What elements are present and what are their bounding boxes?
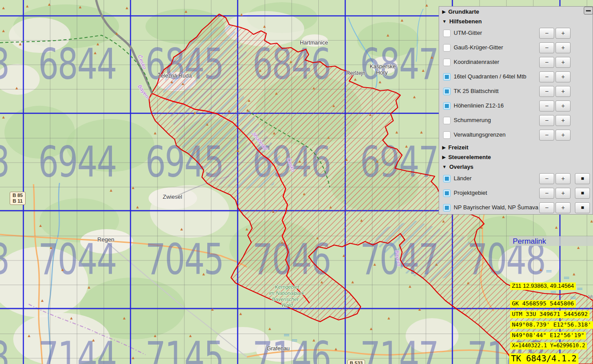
layer-checkbox[interactable]: [443, 59, 451, 66]
panel-section-label: Hilfsebenen: [449, 18, 482, 25]
layer-label: NP Bayrischer Wald, NP Šumava: [454, 204, 538, 211]
layer-checkbox[interactable]: [443, 204, 451, 212]
layer-opacity-plus-button[interactable]: +: [556, 188, 571, 199]
layer-opacity-plus-button[interactable]: +: [556, 130, 571, 141]
layer-opacity-minus-button[interactable]: −: [539, 173, 554, 184]
layer-opacity-minus-button[interactable]: −: [539, 115, 554, 126]
layer-opacity-plus-button[interactable]: +: [556, 115, 571, 126]
layer-style-button[interactable]: ■: [575, 202, 590, 213]
layer-style-button[interactable]: ■: [575, 188, 590, 199]
layer-row: Gauß-Krüger-Gitter−+: [439, 41, 593, 55]
chevron-down-icon: ▼: [442, 19, 447, 24]
panel-section-header[interactable]: ▶Grundkarte: [439, 7, 593, 16]
layer-opacity-plus-button[interactable]: +: [556, 71, 571, 82]
layer-row: UTM-Gitter−+: [439, 26, 593, 41]
panel-collapse-button[interactable]: [584, 7, 593, 15]
layer-row: Höhenlinien Z12-16−+: [439, 99, 593, 113]
layer-opacity-minus-button[interactable]: −: [539, 100, 554, 111]
layer-opacity-plus-button[interactable]: +: [556, 202, 571, 213]
layer-checkbox[interactable]: [443, 73, 451, 81]
layer-row: Länder−+■: [439, 171, 593, 186]
panel-section-label: Freizeit: [448, 144, 469, 151]
layer-row: Schummerung−+: [439, 113, 593, 128]
layer-opacity-minus-button[interactable]: −: [539, 188, 554, 199]
panel-section-header[interactable]: ▶Freizeit: [439, 142, 593, 152]
layer-label: Höhenlinien Z12-16: [454, 102, 503, 109]
layer-label: Schummerung: [454, 117, 491, 123]
layer-opacity-plus-button[interactable]: +: [556, 28, 571, 39]
layer-checkbox[interactable]: [443, 88, 451, 95]
layer-opacity-minus-button[interactable]: −: [539, 86, 554, 97]
permalink-link[interactable]: Permalink: [513, 237, 546, 246]
layer-opacity-plus-button[interactable]: +: [556, 100, 571, 111]
layer-style-button[interactable]: ■: [575, 173, 590, 184]
layer-checkbox[interactable]: [443, 30, 451, 37]
layer-checkbox[interactable]: [443, 102, 451, 110]
layer-label: 16tel Quadranten / 64tel Mtb: [454, 73, 526, 80]
panel-section-header[interactable]: ▶Steuerelemente: [439, 152, 593, 162]
panel-section-label: Grundkarte: [448, 8, 479, 15]
layer-opacity-plus-button[interactable]: +: [556, 42, 571, 53]
layer-label: Gauß-Krüger-Gitter: [454, 44, 503, 51]
panel-section-label: Steuerelemente: [448, 154, 491, 160]
layer-checkbox[interactable]: [443, 131, 451, 139]
layer-opacity-minus-button[interactable]: −: [539, 57, 554, 68]
layer-label: Länder: [454, 175, 471, 182]
layer-row: Koordinatenraster−+: [439, 55, 593, 70]
layer-opacity-minus-button[interactable]: −: [539, 42, 554, 53]
layer-row: TK 25 Blattschnitt−+: [439, 84, 593, 99]
map-application: 6843684468456846684768486943694469456946…: [0, 0, 593, 364]
layer-row: NP Bayrischer Wald, NP Šumava−+■: [439, 201, 593, 215]
layer-row: 16tel Quadranten / 64tel Mtb−+: [439, 70, 593, 84]
layer-opacity-minus-button[interactable]: −: [539, 202, 554, 213]
layer-label: UTM-Gitter: [454, 30, 482, 36]
layer-label: TK 25 Blattschnitt: [454, 88, 499, 94]
layer-label: Projektgebiet: [454, 189, 487, 196]
layer-checkbox[interactable]: [443, 44, 451, 52]
layer-opacity-plus-button[interactable]: +: [556, 173, 571, 184]
layer-opacity-minus-button[interactable]: −: [539, 71, 554, 82]
chevron-right-icon: ▶: [442, 145, 446, 150]
layer-row: Verwaltungsgrenzen−+: [439, 128, 593, 142]
layer-label: Verwaltungsgrenzen: [454, 131, 506, 138]
layer-opacity-minus-button[interactable]: −: [539, 28, 554, 39]
panel-section-label: Overlays: [449, 163, 474, 170]
layer-opacity-minus-button[interactable]: −: [539, 130, 554, 141]
chevron-right-icon: ▶: [442, 155, 446, 160]
permalink-bar: Permalink: [509, 236, 593, 246]
layer-row: Projektgebiet−+■: [439, 186, 593, 201]
layer-opacity-plus-button[interactable]: +: [556, 57, 571, 68]
layer-checkbox[interactable]: [443, 189, 451, 197]
layer-label: Koordinatenraster: [454, 59, 499, 65]
layer-opacity-plus-button[interactable]: +: [556, 86, 571, 97]
panel-section-header[interactable]: ▼Hilfsebenen: [439, 16, 593, 26]
chevron-down-icon: ▼: [442, 164, 447, 169]
panel-section-header[interactable]: ▼Overlays: [439, 162, 593, 171]
layer-checkbox[interactable]: [443, 117, 451, 124]
layer-panel: ▶Grundkarte▼HilfsebenenUTM-Gitter−+Gauß-…: [439, 6, 593, 215]
chevron-right-icon: ▶: [442, 9, 446, 14]
layer-checkbox[interactable]: [443, 175, 451, 182]
